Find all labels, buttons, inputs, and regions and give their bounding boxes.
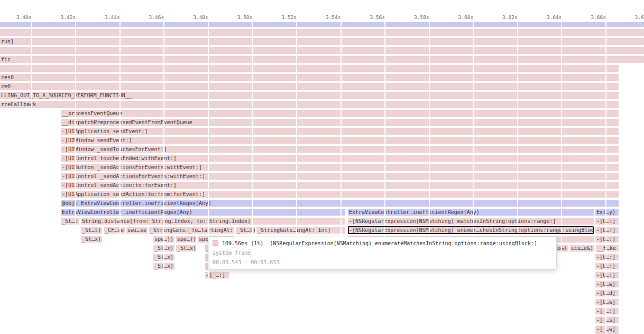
grid-tick-gap — [605, 22, 606, 334]
time-label: 3.56s — [370, 14, 385, 20]
flame-bar[interactable]: -[UIControl _sendActionsForEvents:withEv… — [61, 173, 619, 180]
flame-bar[interactable]: _St…t) — [61, 218, 79, 225]
flame-bar[interactable]: -[UIWindow _sendTouchesForEvent:] — [61, 146, 619, 153]
flame-bar[interactable]: -[_…s] — [595, 317, 619, 323]
flame-bar[interactable]: -[U…:] — [595, 236, 619, 243]
flame-bar[interactable]: -[UIControl touchesEnded:withEvent:] — [61, 155, 619, 162]
flame-bar[interactable]: @objc ExtraViewController.inefficientReg… — [61, 200, 619, 207]
grid-tick-gap — [473, 22, 474, 334]
grid-tick-gap — [119, 22, 121, 334]
time-label: 3.54s — [326, 14, 341, 20]
tooltip-frame-kind: system frame — [213, 248, 551, 258]
flame-bar[interactable]: __dispatchPreprocessedEventFromEventQueu… — [61, 119, 619, 126]
time-label: 3.52s — [281, 14, 297, 20]
grid-tick-gap — [384, 22, 385, 334]
flame-bar[interactable]: -[UIControl sendAction:to:forEvent:] — [61, 182, 619, 189]
flame-bar[interactable]: spe…)) — [176, 236, 196, 243]
grid-tick-gap — [561, 22, 562, 334]
grid-tick-gap — [208, 22, 209, 334]
frame-color-swatch-icon — [213, 240, 218, 246]
flame-bar[interactable]: _StringGuts._fo…tartingAt: Int) — [149, 227, 234, 234]
grid-tick-gap — [429, 22, 430, 334]
grid-tick-gap — [296, 22, 297, 334]
flame-bar[interactable]: Ext…y) — [595, 209, 619, 216]
flame-bar[interactable]: _St…t) — [81, 227, 102, 234]
grid-tick-gap — [517, 22, 518, 334]
flame-bar[interactable]: -[_…w] — [595, 326, 619, 332]
flame-bar[interactable] — [0, 47, 644, 54]
time-label: 3.68s — [635, 14, 644, 20]
time-label: 3.58s — [414, 14, 429, 20]
flame-bar[interactable]: __6…ke — [596, 245, 619, 252]
flame-bar[interactable]: ExtraViewController.inefficientRegex(Any… — [61, 209, 345, 216]
flame-bar[interactable] — [0, 65, 619, 72]
grid-tick-gap — [252, 22, 253, 334]
flame-bar[interactable]: _StringGuts…ingAt: Int) — [256, 227, 345, 234]
flame-bar[interactable]: ce0 — [0, 83, 619, 90]
time-label: 3.48s — [193, 14, 208, 20]
flame-bar[interactable]: -[U…w] — [595, 281, 619, 287]
flame-bar[interactable]: fic — [0, 56, 644, 63]
time-label: 3.62s — [502, 14, 518, 20]
flame-bar[interactable]: -[U…:] — [595, 254, 619, 261]
flame-bar[interactable]: -[U…:] — [595, 227, 619, 234]
grid-tick-gap — [75, 22, 76, 334]
flame-bar[interactable]: _St…x) — [81, 236, 102, 243]
flame-bar[interactable]: -[UIWindow sendEvent:] — [61, 137, 619, 144]
flame-bar[interactable]: swi…se — [126, 227, 148, 234]
flame-bar[interactable]: String.distance(from: String.Index, to: … — [81, 218, 345, 225]
flame-bar[interactable]: run] — [0, 38, 644, 45]
tooltip-title-row: 109.56ms (1%) -[NSRegularExpression(NSMa… — [213, 239, 551, 248]
flame-bar[interactable]: icu…e&) — [570, 245, 594, 252]
flame-bar[interactable]: -[U…d] — [595, 290, 619, 296]
flame-bar[interactable]: LLING_OUT_TO_A_SOURCE0_PERFORM_FUNCTION_… — [0, 92, 619, 99]
flame-bar[interactable]: ces0 — [0, 74, 619, 81]
flame-bar[interactable]: -[U…:] — [595, 272, 619, 279]
flame-bar[interactable]: rceCallback — [0, 101, 619, 108]
frame-tooltip: 109.56ms (1%) -[NSRegularExpression(NSMa… — [209, 237, 557, 270]
time-label: 3.50s — [237, 14, 253, 20]
flame-bar[interactable]: _CF…se — [104, 227, 125, 234]
flame-bar[interactable] — [0, 29, 644, 36]
flame-bar[interactable]: -[UIApplication sendAction:to:from:forEv… — [61, 191, 619, 198]
flame-bar[interactable]: -[U…:] — [595, 218, 619, 225]
flame-bar[interactable]: -[U…:] — [595, 263, 619, 270]
time-label: 3.46s — [149, 14, 164, 20]
time-label: 3.40s — [16, 14, 32, 20]
time-label: 3.66s — [591, 14, 606, 20]
flame-bar[interactable]: __processEventQueue — [61, 110, 619, 117]
time-label: 3.64s — [547, 14, 562, 20]
flame-bar[interactable]: -[_…:] — [595, 308, 619, 314]
flame-bar[interactable] — [0, 22, 644, 27]
flame-bar[interactable]: _St…x) — [176, 245, 196, 252]
tooltip-duration-title: 109.56ms (1%) -[NSRegularExpression(NSMa… — [222, 240, 537, 246]
time-label: 3.42s — [61, 14, 76, 20]
tooltip-time-range: 00:03.543 — 00:03.653 — [213, 258, 551, 267]
time-label: 3.44s — [105, 14, 120, 20]
flame-bar[interactable]: -[UIButton _sendActionsForEvents:withEve… — [61, 164, 619, 171]
flame-bar[interactable]: -[UIApplication sendEvent:] — [61, 128, 619, 135]
grid-tick-gap — [341, 22, 342, 334]
grid-tick-gap — [163, 22, 164, 334]
grid-tick-gap — [31, 22, 32, 334]
flame-bar[interactable]: -[U…w] — [595, 299, 619, 305]
time-label: 3.60s — [458, 14, 474, 20]
